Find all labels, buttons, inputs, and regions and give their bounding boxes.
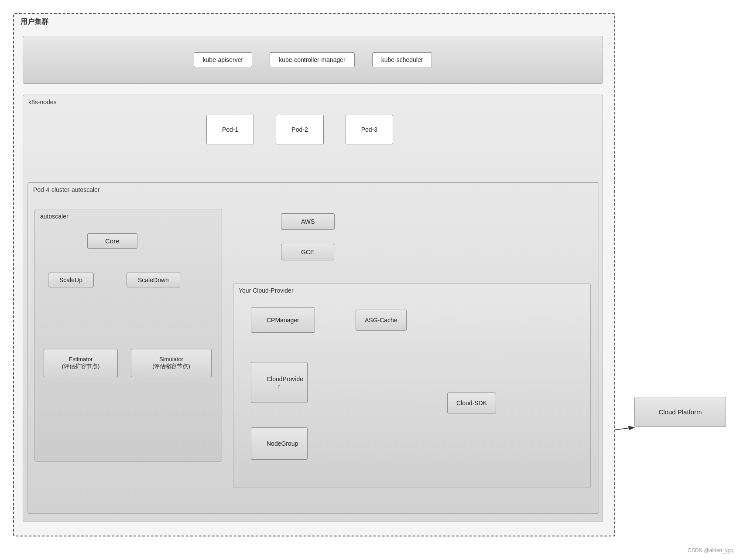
pod4-label: Pod-4-cluster-autoscaler (33, 186, 100, 193)
estimator-line2: (评估扩容节点) (53, 362, 109, 370)
estimator-line1: Estimator (53, 356, 109, 362)
user-cluster-label: 用户集群 (21, 17, 48, 27)
cloudprovider-line2: r (267, 382, 292, 389)
asg-cache-box: ASG-Cache (356, 310, 407, 331)
master-panel: kube-apiserver kube-controller-manager k… (23, 36, 603, 84)
scaledown-box: ScaleDown (127, 273, 180, 287)
k8s-nodes-label: k8s-nodes (28, 99, 57, 106)
pod3-box: Pod-3 (346, 115, 393, 144)
pod1-box: Pod-1 (206, 115, 254, 144)
core-box: Core (87, 233, 137, 249)
autoscaler-panel: autoscaler Core ScaleUp ScaleDown Estima… (34, 209, 222, 462)
autoscaler-label: autoscaler (40, 213, 69, 220)
kube-scheduler-box: kube-scheduler (372, 52, 432, 67)
pod4-panel: Pod-4-cluster-autoscaler autoscaler Core… (27, 182, 599, 514)
cloud-provider-section: AWS GCE Your Cloud-Provider CPManager AS… (233, 209, 591, 497)
cloud-platform-box: Cloud Platform (634, 397, 726, 427)
simulator-box: Simulator (评估缩容节点) (131, 349, 212, 377)
estimator-box: Estimator (评估扩容节点) (44, 349, 118, 377)
watermark: CSDN @alden_ygq (688, 547, 733, 553)
cloudprovider-line1: CloudProvide (267, 376, 292, 382)
your-cloud-label: Your Cloud-Provider (239, 287, 294, 294)
simulator-line2: (评估缩容节点) (140, 362, 202, 370)
nodegroup-box: NodeGroup (251, 427, 308, 460)
user-cluster-container: 用户集群 kube-apiserver kube-controller-mana… (13, 13, 615, 536)
scaleup-box: ScaleUp (48, 273, 94, 287)
simulator-line1: Simulator (140, 356, 202, 362)
pods-row: Pod-1 Pod-2 Pod-3 (206, 115, 393, 144)
kube-controller-manager-box: kube-controller-manager (270, 52, 355, 67)
k8s-nodes-panel: k8s-nodes Pod-1 Pod-2 Pod-3 Pod-4-cluste… (23, 95, 603, 522)
pod2-box: Pod-2 (276, 115, 323, 144)
kube-apiserver-box: kube-apiserver (194, 52, 253, 67)
your-cloud-provider-panel: Your Cloud-Provider CPManager ASG-Cache … (233, 283, 591, 488)
aws-box: AWS (281, 213, 335, 230)
cpmanager-box: CPManager (251, 307, 315, 333)
cloud-sdk-box: Cloud-SDK (447, 393, 496, 413)
gce-box: GCE (281, 244, 334, 260)
cloudprovider-box: CloudProvide r (251, 362, 308, 403)
